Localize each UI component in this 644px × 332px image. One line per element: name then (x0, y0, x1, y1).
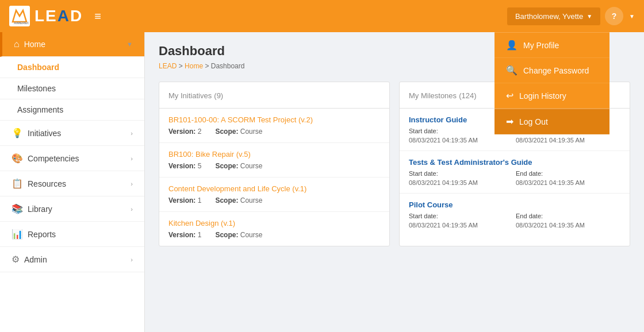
logo-icon: AIMEREON (9, 6, 30, 26)
milestone-title-1[interactable]: Tests & Test Administrator's Guide (409, 158, 620, 167)
initiatives-icon: 💡 (12, 128, 23, 138)
help-button[interactable]: ? (605, 7, 623, 25)
user-menu-button[interactable]: Bartholomew, Yvette ▼ (507, 7, 600, 25)
user-name: Bartholomew, Yvette (515, 12, 583, 21)
sidebar-label-resources: Resources (28, 179, 66, 188)
initiatives-card-title: My Initiatives (168, 91, 212, 100)
sidebar-item-assignments[interactable]: Assignments (0, 99, 144, 121)
milestone-start-value-2: 08/03/2021 04:19:35 AM (409, 222, 513, 229)
library-caret-icon: › (131, 206, 133, 213)
sidebar-label-admin: Admin (24, 255, 47, 264)
competencies-caret-icon: › (131, 155, 133, 162)
svg-text:AIMEREON: AIMEREON (14, 21, 29, 25)
initiative-version-label-2: Version: 1 (168, 196, 201, 204)
resources-icon: 📋 (12, 178, 23, 189)
sidebar-item-competencies[interactable]: 🎨 Competencies › (0, 146, 144, 171)
user-caret-icon: ▼ (586, 13, 592, 20)
breadcrumb-lead[interactable]: LEAD (159, 62, 177, 70)
sidebar-item-library[interactable]: 📚 Library › (0, 196, 144, 222)
user-dropdown-menu: 👤 My Profile 🔍 Change Password ↩ Login H… (494, 32, 610, 134)
milestone-start-value-0: 08/03/2021 04:19:35 AM (409, 137, 513, 144)
help-caret-icon: ▼ (629, 13, 635, 20)
initiative-version-label-3: Version: 1 (168, 231, 201, 239)
sidebar-label-milestones: Milestones (17, 84, 56, 93)
initiative-scope-label-0: Scope: Course (215, 128, 262, 136)
initiative-scope-label-3: Scope: Course (215, 231, 262, 239)
dropdown-item-my-profile[interactable]: 👤 My Profile (494, 33, 610, 58)
initiative-version-label-1: Version: 5 (168, 162, 201, 170)
password-icon: 🔍 (506, 65, 518, 76)
initiative-title-0[interactable]: BR101-100-00: A SCORM Test Project (v.2) (168, 115, 380, 124)
initiative-title-1[interactable]: BR100: Bike Repair (v.5) (168, 150, 380, 159)
sidebar-label-initiatives: Initiatives (28, 129, 61, 138)
sidebar-label-reports: Reports (28, 230, 56, 239)
milestones-card-title: My Milestones (409, 91, 457, 100)
milestone-item-1: Tests & Test Administrator's Guide Start… (400, 151, 630, 194)
initiatives-caret-icon: › (131, 130, 133, 137)
dropdown-item-logout[interactable]: ➡ Log Out (494, 109, 610, 134)
initiative-item-3: Kitchen Design (v.1) Version: 1 Scope: C… (159, 212, 389, 246)
home-caret-icon: ▼ (126, 41, 133, 48)
milestone-dates-2: Start date: End date: 08/03/2021 04:19:3… (409, 213, 620, 229)
dropdown-item-login-history[interactable]: ↩ Login History (494, 83, 610, 109)
sidebar-item-admin[interactable]: ⚙ Admin › (0, 247, 144, 272)
milestone-end-value-0: 08/03/2021 04:19:35 AM (516, 137, 620, 144)
reports-icon: 📊 (12, 229, 23, 240)
header: AIMEREON LEAD ≡ Bartholomew, Yvette ▼ ? … (0, 0, 644, 32)
milestone-end-label-2: End date: (516, 213, 620, 219)
milestone-start-value-1: 08/03/2021 04:19:35 AM (409, 179, 513, 186)
milestone-start-label-1: Start date: (409, 170, 513, 177)
header-left: AIMEREON LEAD ≡ (9, 6, 106, 26)
initiatives-card-count: (9) (214, 91, 223, 100)
initiative-meta-1: Version: 5 Scope: Course (168, 162, 380, 170)
initiative-scope-label-1: Scope: Course (215, 162, 262, 170)
sidebar-item-initiatives[interactable]: 💡 Initiatives › (0, 121, 144, 146)
initiatives-card: My Initiatives (9) BR101-100-00: A SCORM… (159, 82, 390, 246)
initiative-title-3[interactable]: Kitchen Design (v.1) (168, 219, 380, 227)
sidebar-item-reports[interactable]: 📊 Reports (0, 222, 144, 247)
dropdown-label-change-password: Change Password (523, 66, 589, 75)
library-icon: 📚 (12, 203, 23, 214)
logout-icon: ➡ (506, 116, 513, 127)
milestone-start-label-2: Start date: (409, 213, 513, 219)
dropdown-item-change-password[interactable]: 🔍 Change Password (494, 58, 610, 83)
logo-text: LEAD (34, 7, 83, 25)
sidebar: ⌂ Home ▼ Dashboard Milestones Assignment… (0, 32, 145, 332)
header-right: Bartholomew, Yvette ▼ ? ▼ (507, 7, 635, 25)
profile-icon: 👤 (506, 40, 518, 51)
initiative-meta-3: Version: 1 Scope: Course (168, 231, 380, 239)
milestones-card-count: (124) (459, 91, 476, 100)
sidebar-label-assignments: Assignments (17, 105, 63, 114)
milestone-item-2: Pilot Course Start date: End date: 08/03… (400, 194, 630, 236)
admin-icon: ⚙ (12, 254, 20, 265)
sidebar-item-dashboard[interactable]: Dashboard (0, 57, 144, 78)
initiative-meta-0: Version: 2 Scope: Course (168, 128, 380, 136)
initiative-item-1: BR100: Bike Repair (v.5) Version: 5 Scop… (159, 143, 389, 177)
dropdown-label-login-history: Login History (519, 91, 566, 101)
initiative-title-2[interactable]: Content Development and Life Cycle (v.1) (168, 184, 380, 193)
logo: AIMEREON LEAD (9, 6, 83, 26)
breadcrumb-home[interactable]: Home (185, 62, 203, 70)
dropdown-label-my-profile: My Profile (523, 41, 559, 50)
sidebar-item-resources[interactable]: 📋 Resources › (0, 171, 144, 196)
milestone-end-value-2: 08/03/2021 04:19:35 AM (516, 222, 620, 229)
breadcrumb-current: Dashboard (211, 62, 245, 70)
sidebar-label-dashboard: Dashboard (17, 63, 59, 72)
hamburger-button[interactable]: ≡ (90, 7, 106, 25)
history-icon: ↩ (506, 90, 513, 101)
sidebar-item-home[interactable]: ⌂ Home ▼ (0, 32, 144, 57)
initiative-scope-label-2: Scope: Course (215, 196, 262, 204)
initiatives-card-header: My Initiatives (9) (159, 82, 389, 109)
milestone-dates-1: Start date: End date: 08/03/2021 04:19:3… (409, 170, 620, 186)
home-icon: ⌂ (14, 39, 20, 49)
admin-caret-icon: › (131, 256, 133, 263)
initiative-item-2: Content Development and Life Cycle (v.1)… (159, 177, 389, 212)
milestone-title-2[interactable]: Pilot Course (409, 200, 620, 209)
milestone-end-label-1: End date: (516, 170, 620, 177)
competencies-icon: 🎨 (12, 153, 23, 164)
sidebar-item-milestones[interactable]: Milestones (0, 78, 144, 99)
initiative-item-0: BR101-100-00: A SCORM Test Project (v.2)… (159, 109, 389, 143)
initiative-version-label-0: Version: 2 (168, 128, 201, 136)
sidebar-label-home: Home (24, 40, 45, 49)
sidebar-label-competencies: Competencies (28, 154, 79, 163)
